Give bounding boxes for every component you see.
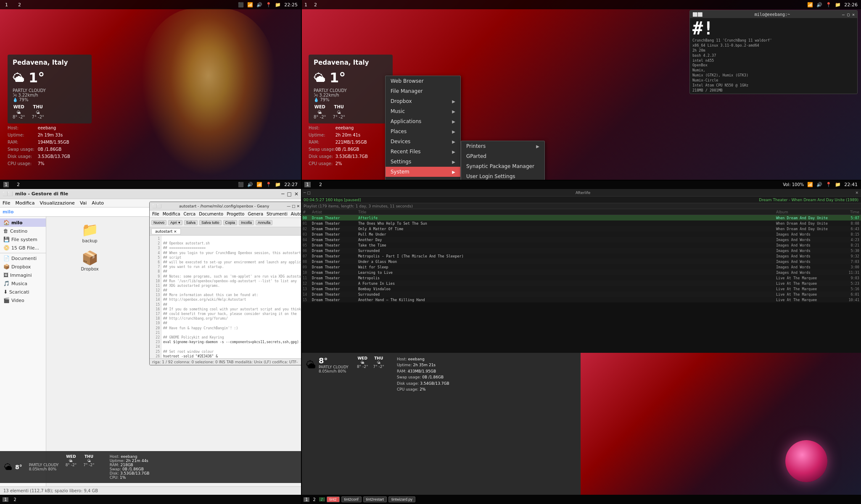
q2-workspace1[interactable]: 1 [304,2,307,8]
q3-weather-temp: 8° [15,464,22,470]
fm-close-btn[interactable]: ✕ [294,191,298,197]
fm-menu-file[interactable]: File [3,200,10,206]
editor-text-content[interactable]: ## Openbox autostart.sh ## =============… [161,236,301,358]
fm-menu-aiuto[interactable]: Aiuto [92,200,104,206]
q3-taskbar-ws2[interactable]: 2 [12,497,18,502]
editor-menu-strumenti[interactable]: Strumenti [267,212,288,216]
fm-icon-backup[interactable]: 📁backup [50,220,130,245]
mp-track-current[interactable]: 00Dream TheaterAfterlifeWhen Dream And D… [301,215,861,220]
fm-menu-visualizzazione[interactable]: Visualizzazione [40,200,74,206]
system-submenu[interactable]: Printers▶ GParted Synaptic Package Manag… [461,141,545,180]
editor-menu-documento[interactable]: Documento [199,212,223,216]
submenu-gparted[interactable]: GParted [461,151,544,161]
mp-track-4[interactable]: 04Dream TheaterAnother DayImages And Wor… [301,237,861,242]
menu-dropbox[interactable]: Dropbox▶ [386,96,460,106]
fm-sidebar-video[interactable]: 🎬Video [0,296,46,304]
menu-web-browser[interactable]: Web Browser [386,76,460,86]
q4-taskbar-ws2[interactable]: 2 [311,497,317,502]
editor-menu-genera[interactable]: Genera [248,212,263,216]
editor-menubar[interactable]: File Modifica Cerca Documento Progetto G… [150,210,301,218]
fm-sidebar-milo[interactable]: 🏠milo [0,218,46,227]
text-editor[interactable]: ⬜⬜ autostart - /home/milo/.config/openbo… [149,202,301,365]
mp-track-2[interactable]: 02Dream TheaterOnly A Matter Of TimeWhen… [301,226,861,231]
q2-sysinfo: Host:eeebang Uptime:2h 20m 41s RAM:221MB… [309,124,368,167]
q3-workspace2[interactable]: 2 [16,182,21,187]
q4-workspace1[interactable]: 1 [304,182,311,187]
submenu-synaptic[interactable]: Synaptic Package Manager [461,161,544,171]
editor-menu-file[interactable]: File [152,212,159,216]
menu-applications[interactable]: Applications▶ [386,116,460,126]
fm-sidebar-scaricati[interactable]: ⬇Scaricati [0,288,46,296]
mp-track-3[interactable]: 03Dream TheaterPull Me UnderImages And W… [301,231,861,237]
fm-sidebar-15gb[interactable]: 📀15 GB File... [0,244,46,252]
editor-btn-apri[interactable]: Apri ▾ [168,220,182,225]
mp-track-14[interactable]: 14Dream TheaterSurroundedLive At The Mar… [301,291,861,297]
q1-workspace1[interactable]: 1 [3,2,10,8]
mp-track-9[interactable]: 09Dream TheaterWait for SleepImages And … [301,264,861,270]
editor-btn-annulla[interactable]: Annulla [256,220,272,225]
q4-taskbar-tint2conf[interactable]: tint2conf [341,496,362,502]
fm-sidebar-dropbox[interactable]: 📦Dropbox [0,262,46,271]
mp-track-8[interactable]: 08Dream TheaterUnder a Glass MoonImages … [301,259,861,264]
menu-settings[interactable]: Settings▶ [386,157,460,167]
editor-btn-incolla[interactable]: Incolla [239,220,254,225]
q4-workspace2[interactable]: 2 [317,182,324,187]
mp-track-7[interactable]: 07Dream TheaterMetropolis - Part I (The … [301,253,861,259]
mp-track-1[interactable]: 01Dream TheaterThe Ones Who Help To Set … [301,220,861,226]
q4-taskbar-tintwizard[interactable]: tintwizard.py [388,496,415,502]
q4-weather-wind: 8.05km/h 80% [319,369,349,373]
mp-track-12[interactable]: 12Dream TheaterA Fortune In LiesLive At … [301,281,861,286]
fm-sidebar-musica[interactable]: 🎵Musica [0,279,46,288]
mp-track-11[interactable]: 11Dream TheaterMetropolisLive At The Mar… [301,275,861,281]
fm-icon-dropbox[interactable]: 📦Dropbox [50,248,130,273]
mp-track-13[interactable]: 13Dream TheaterBombay VindalooLive At Th… [301,286,861,291]
editor-btn-salvatutto[interactable]: Salva tutto [199,220,222,225]
fm-controls[interactable]: ─ □ ✕ [281,191,298,197]
fm-sidebar-documenti[interactable]: 📄Documenti [0,254,46,262]
editor-menu-cerca[interactable]: Cerca [184,212,196,216]
mp-playlist[interactable]: 00Dream TheaterAfterlifeWhen Dream And D… [301,215,861,353]
terminal-window[interactable]: ⬜⬜ milo@eeebang:~ — ▢ ✕ #! CrunchBang 11… [689,10,858,94]
q4-taskbar-ws1[interactable]: 1 [304,497,309,502]
q3-terminal-icon[interactable]: ⬛ [238,182,244,187]
submenu-printers[interactable]: Printers▶ [461,141,544,151]
editor-menu-progetto[interactable]: Progetto [227,212,244,216]
q1-sysinfo: Host:eeebang Uptime:2h 19m 33s RAM:194MB… [8,124,74,167]
editor-toolbar[interactable]: Nuovo Apri ▾ Salva Salva tutto Copia Inc… [150,218,301,227]
fm-sidebar-filesystem[interactable]: 💾File system [0,235,46,244]
editor-btn-nuovo[interactable]: Nuovo [151,220,166,225]
editor-tab[interactable]: autostart × [151,228,181,234]
q1-workspace2[interactable]: 2 [16,2,23,8]
mp-track-15[interactable]: 15Dream TheaterAnother Hand – The Killin… [301,297,861,302]
menu-file-manager[interactable]: File Manager [386,86,460,96]
editor-menu-modifica[interactable]: Modifica [163,212,180,216]
terminal-icon[interactable]: ⬛ [238,2,244,8]
fm-minimize-btn[interactable]: ─ [281,191,284,197]
editor-menu-aiuto[interactable]: Aiuto [291,212,301,216]
menu-music[interactable]: Music▶ [386,106,460,116]
editor-btn-salva[interactable]: Salva [184,220,198,225]
mp-track-6[interactable]: 06Dream TheaterSurroundedImages And Word… [301,248,861,253]
menu-places[interactable]: Places▶ [386,126,460,136]
q2-workspace2[interactable]: 2 [314,2,317,8]
submenu-user-login[interactable]: User Login Settings [461,171,544,180]
context-menu[interactable]: Web Browser File Manager Dropbox▶ Music▶… [385,76,461,180]
mp-titlebar: ─ □ Afterlife ✕ [301,189,861,197]
q3-taskbar-ws1[interactable]: 1 [3,497,8,502]
editor-btn-copia[interactable]: Copia [223,220,238,225]
fm-maximize-btn[interactable]: □ [287,191,292,197]
menu-recent-files[interactable]: Recent Files▶ [386,147,460,157]
fm-menu-vai[interactable]: Vai [80,200,87,206]
fm-sidebar-immagini[interactable]: 🖼Immagini [0,271,46,279]
menu-system[interactable]: System▶ [386,167,460,177]
editor-content[interactable]: 12345 678910 1112131415 1617181920 21222… [150,236,301,358]
q3-workspace1[interactable]: 1 [3,182,9,187]
q4-taskbar-tint2[interactable]: tint2 [327,496,340,502]
q4-taskbar-tint2restart[interactable]: tint2restart [363,496,387,502]
menu-processes[interactable]: Processes [386,177,460,180]
mp-track-10[interactable]: 10Dream TheaterLearning to LiveImages An… [301,270,861,275]
fm-sidebar-cestino[interactable]: 🗑Cestino [0,227,46,235]
menu-devices[interactable]: Devices▶ [386,136,460,147]
mp-track-5[interactable]: 05Dream TheaterTake the TimeImages And W… [301,242,861,248]
fm-menu-modifica[interactable]: Modifica [15,200,34,206]
